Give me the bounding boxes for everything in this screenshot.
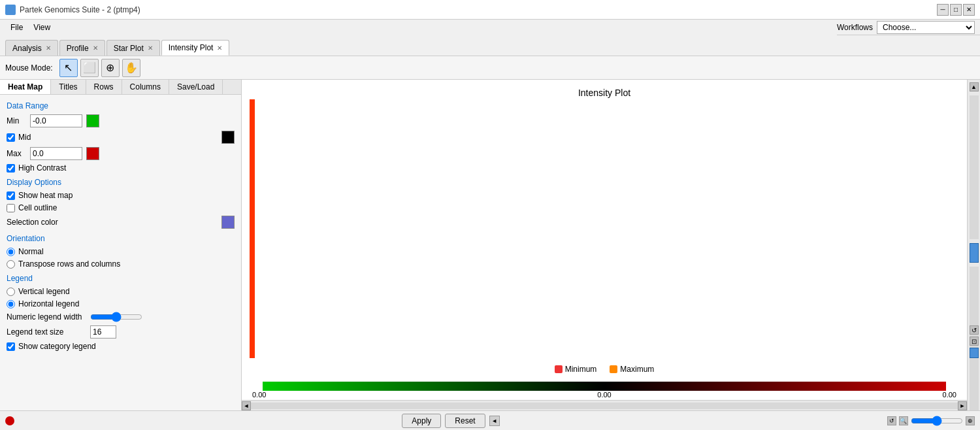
tab-profile[interactable]: Profile ✕ <box>59 40 105 56</box>
zoom-in-button[interactable]: ⊕ <box>966 416 975 425</box>
mouse-mode-label: Mouse Mode: <box>5 63 53 73</box>
sub-tabs: Heat Map Titles Rows Columns Save/Load <box>0 80 241 95</box>
zoom-out-button[interactable]: 🔍 <box>899 416 908 425</box>
legend-title: Legend <box>7 274 235 283</box>
cell-outline-checkbox[interactable] <box>7 204 15 212</box>
min-color-picker[interactable] <box>86 114 99 127</box>
bottom-scrollbar[interactable]: ◄ ► <box>242 400 967 410</box>
tab-star-plot-close[interactable]: ✕ <box>148 44 153 52</box>
horizontal-legend-radio[interactable] <box>7 300 15 308</box>
transpose-label: Transpose rows and columns <box>18 259 120 269</box>
numeric-legend-width-label: Numeric legend width <box>7 312 85 322</box>
horizontal-legend-label: Horizontal legend <box>18 299 79 308</box>
tab-intensity-plot-close[interactable]: ✕ <box>217 44 222 52</box>
axis-label-center: 0.00 <box>597 391 611 399</box>
mid-label: Mid <box>18 133 31 142</box>
normal-radio[interactable] <box>7 248 15 256</box>
legend-min-label: Minimum <box>565 365 597 374</box>
bottom-left <box>5 416 14 425</box>
normal-radio-row: Normal <box>7 247 235 256</box>
legend-item-maximum: Maximum <box>610 365 654 374</box>
scroll-thumb[interactable] <box>970 243 979 263</box>
orientation-title: Orientation <box>7 234 235 243</box>
mid-color-picker[interactable] <box>221 131 235 144</box>
tab-profile-close[interactable]: ✕ <box>93 44 98 52</box>
legend-text-size-label: Legend text size <box>7 327 85 337</box>
page-left-button[interactable]: ◄ <box>489 416 500 426</box>
scroll-left-button[interactable]: ◄ <box>242 401 251 410</box>
pan-tool-button[interactable]: ⬜ <box>80 59 99 77</box>
vertical-legend-label: Vertical legend <box>18 287 70 296</box>
selection-color-picker[interactable] <box>221 216 235 229</box>
show-category-legend-row: Show category legend <box>7 342 235 351</box>
nav-back-button[interactable]: ↺ <box>887 416 896 425</box>
legend-text-size-row: Legend text size <box>7 325 235 339</box>
hand-tool-button[interactable]: ✋ <box>122 59 140 77</box>
menu-view[interactable]: View <box>28 22 56 33</box>
title-bar: Partek Genomics Suite - 2 (ptmp4) ─ □ ✕ <box>0 0 980 20</box>
panel-content: Data Range Min Mid Max High Contrast <box>0 95 241 410</box>
legend-area: Minimum Maximum <box>242 361 967 378</box>
high-contrast-checkbox[interactable] <box>7 164 15 173</box>
tabs-row: Analysis ✕ Profile ✕ Star Plot ✕ Intensi… <box>0 35 980 56</box>
high-contrast-row: High Contrast <box>7 163 235 173</box>
sub-tab-rows[interactable]: Rows <box>86 80 122 94</box>
close-button[interactable]: ✕ <box>963 4 975 16</box>
high-contrast-label: High Contrast <box>18 163 66 173</box>
scroll-up-button[interactable]: ▲ <box>970 82 979 91</box>
max-input[interactable] <box>30 147 82 160</box>
zoom-fit-button[interactable]: ⊡ <box>970 337 979 346</box>
transpose-radio[interactable] <box>7 260 15 269</box>
cell-outline-label: Cell outline <box>18 203 57 212</box>
cell-outline-row: Cell outline <box>7 203 235 212</box>
zoom-in-tool-button[interactable]: ⊕ <box>101 59 120 77</box>
app-title: Partek Genomics Suite - 2 (ptmp4) <box>20 5 140 14</box>
sub-tab-columns[interactable]: Columns <box>122 80 169 94</box>
show-heat-map-label: Show heat map <box>18 191 73 200</box>
min-label: Min <box>7 116 26 125</box>
numeric-legend-width-row: Numeric legend width <box>7 312 235 322</box>
normal-label: Normal <box>18 247 44 256</box>
reset-button[interactable]: Reset <box>445 414 485 428</box>
zoom-slider[interactable] <box>911 416 963 426</box>
tab-star-plot[interactable]: Star Plot ✕ <box>106 40 160 56</box>
tab-intensity-plot[interactable]: Intensity Plot ✕ <box>161 40 230 56</box>
bottom-actions: Apply Reset ◄ <box>402 414 499 428</box>
show-heat-map-checkbox[interactable] <box>7 191 15 200</box>
maximize-button[interactable]: □ <box>950 4 962 16</box>
menu-file[interactable]: File <box>5 22 28 33</box>
apply-button[interactable]: Apply <box>402 414 441 428</box>
legend-min-dot <box>555 365 563 373</box>
legend-text-size-input[interactable] <box>90 325 116 339</box>
tab-analysis-close[interactable]: ✕ <box>46 44 51 52</box>
mid-checkbox[interactable] <box>7 133 15 142</box>
right-scrollbar[interactable]: ▲ ↺ ⊡ <box>967 80 980 410</box>
minimize-button[interactable]: ─ <box>937 4 949 16</box>
vertical-legend-radio[interactable] <box>7 288 15 296</box>
left-panel: Heat Map Titles Rows Columns Save/Load D… <box>0 80 242 410</box>
select-tool-button[interactable]: ↖ <box>59 59 78 77</box>
sub-tab-save-load[interactable]: Save/Load <box>169 80 223 94</box>
app-icon <box>5 5 16 15</box>
plot-area <box>242 99 967 358</box>
data-range-title: Data Range <box>7 101 235 110</box>
sub-tab-titles[interactable]: Titles <box>51 80 86 94</box>
sub-tab-heat-map[interactable]: Heat Map <box>0 80 51 94</box>
window-controls[interactable]: ─ □ ✕ <box>937 4 975 16</box>
min-field-row: Min <box>7 114 235 127</box>
zoom-indicator <box>970 348 979 358</box>
show-category-legend-checkbox[interactable] <box>7 342 15 351</box>
workflows-select[interactable]: Choose... <box>877 21 975 34</box>
max-color-picker[interactable] <box>86 147 99 160</box>
selection-color-label: Selection color <box>7 218 58 227</box>
horizontal-legend-row: Horizontal legend <box>7 299 235 308</box>
main-layout: Heat Map Titles Rows Columns Save/Load D… <box>0 80 980 410</box>
intensity-line <box>250 99 255 358</box>
min-input[interactable] <box>30 114 82 127</box>
scroll-right-button[interactable]: ► <box>958 401 967 410</box>
zoom-reset-button[interactable]: ↺ <box>970 325 979 335</box>
mid-row: Mid <box>7 131 235 144</box>
tab-analysis[interactable]: Analysis ✕ <box>5 40 58 56</box>
legend-max-dot <box>610 365 617 373</box>
numeric-legend-width-slider[interactable] <box>90 312 142 322</box>
